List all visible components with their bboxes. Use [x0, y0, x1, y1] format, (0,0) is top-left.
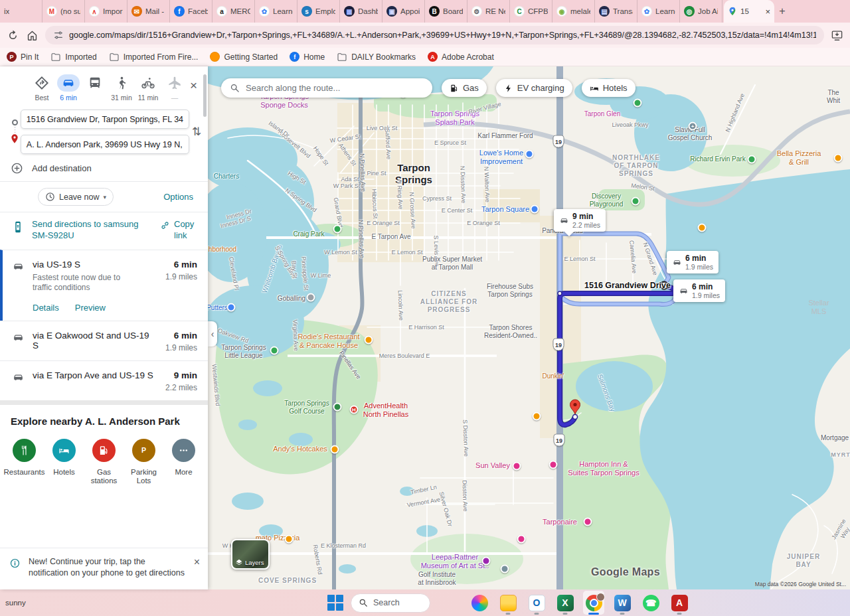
browser-tab[interactable]: B Boards: [425, 0, 468, 23]
map-poi-marker[interactable]: [525, 150, 534, 159]
map-poi-marker[interactable]: [331, 445, 339, 454]
taskbar-app[interactable]: X: [554, 591, 576, 615]
map-poi-marker[interactable]: [501, 565, 509, 574]
map-poi-marker[interactable]: [748, 155, 756, 164]
map-poi-marker[interactable]: [533, 412, 541, 421]
browser-tab[interactable]: ◉ melale: [552, 0, 595, 23]
origin-input[interactable]: 1516 Grandview Dr, Tarpon Springs, FL 34: [21, 110, 189, 129]
send-directions-row[interactable]: Send directions to samsung SM-S928U Copy…: [0, 212, 208, 250]
start-button[interactable]: [327, 594, 344, 611]
explore-category-button[interactable]: Restaurants: [5, 439, 43, 485]
collapse-panel-button[interactable]: ‹: [208, 321, 217, 346]
map-poi-marker[interactable]: [634, 99, 642, 108]
bookmark-item[interactable]: Getting Started: [210, 52, 278, 62]
map-poi-marker[interactable]: H: [350, 406, 359, 414]
leave-now-dropdown[interactable]: Leave now ▾: [38, 188, 114, 206]
home-icon[interactable]: [26, 29, 39, 42]
taskbar-app[interactable]: [583, 591, 604, 615]
browser-tab[interactable]: ▦ Dashb: [340, 0, 382, 23]
map-filter-chip[interactable]: EV charging: [496, 79, 572, 97]
bookmark-item[interactable]: f Home: [290, 52, 325, 62]
map-poi-marker[interactable]: [365, 336, 373, 345]
travel-mode-button[interactable]: [82, 74, 108, 102]
route-option[interactable]: via E Oakwood St and US-19 S 6 min 1.9 m…: [0, 321, 208, 360]
map-poi-marker[interactable]: [549, 461, 558, 469]
map-poi-marker[interactable]: [227, 303, 236, 312]
browser-tab[interactable]: ✿ Learne: [638, 0, 680, 23]
add-destination-button[interactable]: Add destination: [0, 154, 208, 181]
new-tab-button[interactable]: +: [774, 0, 790, 23]
map-poi-marker[interactable]: [517, 535, 526, 544]
url-text[interactable]: google.com/maps/dir/1516+Grandview+Dr,+T…: [69, 31, 816, 40]
swap-waypoints-button[interactable]: ⇅: [189, 125, 204, 139]
map-poi-marker[interactable]: [333, 225, 342, 234]
map-canvas[interactable]: Tarpon Springs Sponge Docks Tarpon Sprin…: [208, 66, 850, 589]
browser-tab[interactable]: ▤ Transa: [595, 0, 638, 23]
browser-tab[interactable]: a MERO: [212, 0, 255, 23]
map-poi-marker[interactable]: [270, 346, 279, 355]
copy-link-button[interactable]: Copy link: [160, 219, 199, 242]
reload-icon[interactable]: [7, 29, 19, 42]
taskbar-app[interactable]: ☎: [640, 591, 661, 615]
map-poi-marker[interactable]: [333, 403, 342, 412]
route-option[interactable]: via E Tarpon Ave and US-19 S 9 min 2.2 m…: [0, 360, 208, 400]
map-poi-marker[interactable]: [632, 197, 640, 206]
browser-tab[interactable]: ⚙ RE Ne: [468, 0, 510, 23]
route-option[interactable]: via US-19 S Fastest route now due to tra…: [0, 250, 208, 321]
browser-tab[interactable]: ◎ Job Ai: [680, 0, 722, 23]
map-poi-marker[interactable]: [307, 293, 315, 302]
taskbar-app[interactable]: W: [612, 591, 633, 615]
tune-icon[interactable]: [53, 30, 64, 40]
options-link[interactable]: Options: [163, 192, 193, 202]
send-directions-label[interactable]: Send directions to samsung SM-S928U: [32, 219, 152, 242]
map-poi-marker[interactable]: [482, 557, 491, 566]
destination-input[interactable]: A. L. Anderson Park, 39699 US Hwy 19 N,: [21, 135, 189, 154]
explore-category-button[interactable]: Gas stations: [85, 439, 123, 485]
sidebar-scrollbar[interactable]: [203, 74, 207, 117]
travel-mode-button[interactable]: 31 min: [109, 74, 134, 102]
browser-tab[interactable]: ix: [0, 0, 42, 23]
travel-mode-button[interactable]: 11 min: [135, 74, 161, 102]
browser-tab[interactable]: ▣ Appoi: [382, 0, 425, 23]
travel-mode-button[interactable]: 6 min: [56, 74, 81, 102]
explore-category-button[interactable]: Parking Lots: [125, 439, 163, 485]
layers-button[interactable]: Layers: [231, 539, 270, 570]
tab-close-icon[interactable]: ×: [765, 7, 770, 17]
browser-tab[interactable]: 15 ×: [724, 0, 774, 23]
route-preview-link[interactable]: Preview: [75, 303, 106, 313]
bookmark-item[interactable]: Imported: [50, 52, 96, 62]
explore-category-button[interactable]: More: [165, 439, 203, 485]
taskbar-app[interactable]: [469, 591, 490, 615]
map-poi-marker[interactable]: [285, 535, 294, 544]
send-to-device-icon[interactable]: [831, 29, 843, 42]
search-along-route-input[interactable]: Search along the route...: [221, 78, 432, 98]
taskbar-search[interactable]: Search: [351, 593, 430, 613]
browser-tab[interactable]: s Emplo: [298, 0, 340, 23]
route-details-link[interactable]: Details: [33, 303, 59, 313]
taskbar-app[interactable]: A: [669, 591, 690, 615]
map-filter-chip[interactable]: Hotels: [582, 79, 636, 97]
map-poi-marker[interactable]: [584, 518, 592, 526]
browser-tab[interactable]: C CFPB P: [510, 0, 552, 23]
map-poi-marker[interactable]: [834, 154, 843, 163]
taskbar-app[interactable]: O: [526, 591, 547, 615]
dismiss-notification-button[interactable]: ×: [194, 556, 200, 568]
bookmark-item[interactable]: DAILY Bookmarks: [337, 52, 416, 62]
map-poi-marker[interactable]: [531, 205, 539, 214]
travel-mode-button[interactable]: —: [162, 74, 187, 102]
bookmark-item[interactable]: A Adobe Acrobat: [428, 52, 494, 62]
map-poi-marker[interactable]: [513, 462, 521, 471]
address-bar[interactable]: google.com/maps/dir/1516+Grandview+Dr,+T…: [45, 26, 824, 44]
browser-tab[interactable]: f Facebo: [170, 0, 212, 23]
route-time-badge[interactable]: 9 min 2.2 miles: [554, 209, 606, 232]
route-time-badge[interactable]: 6 min 1.9 miles: [667, 251, 719, 273]
map-filter-chip[interactable]: Gas: [442, 79, 487, 97]
route-time-badge[interactable]: 6 min 1.9 miles: [673, 279, 725, 302]
browser-tab[interactable]: ∧ Import: [85, 0, 128, 23]
close-directions-button[interactable]: ×: [190, 78, 197, 93]
bookmark-item[interactable]: P Pin It: [7, 52, 39, 62]
browser-tab[interactable]: M (no sub: [42, 0, 85, 23]
explore-category-button[interactable]: Hotels: [45, 439, 83, 485]
browser-tab[interactable]: ✉ Mail -: [128, 0, 170, 23]
map-poi-marker[interactable]: [698, 224, 707, 232]
